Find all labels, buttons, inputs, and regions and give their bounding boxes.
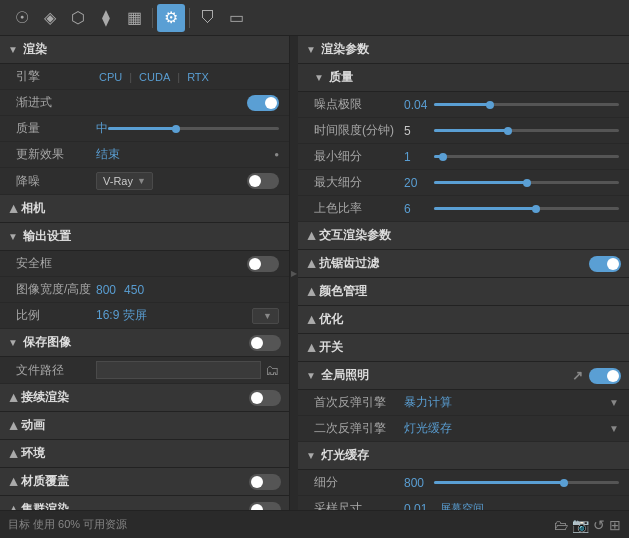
toolbar-icon-2[interactable]: ⬡ <box>64 4 92 32</box>
swarm-render-toggle[interactable] <box>249 502 281 511</box>
quality-slider-container <box>108 127 279 130</box>
time-limit-label: 时间限度(分钟) <box>314 122 404 139</box>
update-effect-value: 结束 <box>96 146 120 163</box>
toolbar-icon-3[interactable]: ⧫ <box>92 4 120 32</box>
toolbar-icon-7[interactable]: ▭ <box>222 4 250 32</box>
sample-size-label: 采样尺寸 <box>314 500 404 510</box>
light-cache-header[interactable]: ▼ 灯光缓存 <box>298 442 629 470</box>
continuous-toggle[interactable] <box>249 390 281 406</box>
secondary-engine-chevron[interactable]: ▼ <box>609 423 619 434</box>
noise-limit-slider-container <box>434 103 619 106</box>
file-path-input[interactable] <box>96 361 261 379</box>
toolbar-icon-settings[interactable]: ⚙ <box>157 4 185 32</box>
quality-value: 中 <box>96 120 108 137</box>
safe-frame-toggle[interactable] <box>247 256 279 272</box>
optimization-header[interactable]: ▶ 优化 <box>298 306 629 334</box>
denoiser-value: V-Ray <box>103 175 133 187</box>
panel-splitter[interactable] <box>290 36 298 510</box>
material-coverage-header[interactable]: ▶ 材质覆盖 <box>0 468 289 496</box>
quality-slider[interactable] <box>108 127 279 130</box>
cuda-btn[interactable]: CUDA <box>136 70 173 84</box>
update-effect-label: 更新效果 <box>16 146 96 163</box>
rtx-btn[interactable]: RTX <box>184 70 212 84</box>
width-value: 800 <box>96 283 116 297</box>
swarm-render-header[interactable]: ▶ 集群渲染 <box>0 496 289 510</box>
noise-limit-label: 噪点极限 <box>314 96 404 113</box>
save-image-toggle[interactable] <box>249 335 281 351</box>
cpu-btn[interactable]: CPU <box>96 70 125 84</box>
quality-section-header[interactable]: ▼ 质量 <box>298 64 629 92</box>
continuous-render-header[interactable]: ▶ 接续渲染 <box>0 384 289 412</box>
save-image-header[interactable]: ▼ 保存图像 <box>0 329 289 357</box>
color-management-header[interactable]: ▶ 颜色管理 <box>298 278 629 306</box>
denoiser-dropdown[interactable]: V-Ray ▼ <box>96 172 153 190</box>
irender-params-header[interactable]: ▶ 交互渲染参数 <box>298 222 629 250</box>
animation-arrow: ▶ <box>7 422 18 430</box>
animation-header[interactable]: ▶ 动画 <box>0 412 289 440</box>
update-effect-right: ● <box>120 150 279 159</box>
camera-icon[interactable]: 📷 <box>572 517 589 533</box>
subdivs-slider[interactable] <box>434 481 619 484</box>
save-image-title: 保存图像 <box>23 334 71 351</box>
material-coverage-arrow: ▶ <box>7 478 18 486</box>
min-subdivs-slider[interactable] <box>434 155 619 158</box>
material-coverage-title: 材质覆盖 <box>21 473 69 490</box>
primary-engine-label: 首次反弹引擎 <box>314 394 404 411</box>
environment-header[interactable]: ▶ 环境 <box>0 440 289 468</box>
refresh-icon[interactable]: ↺ <box>593 517 605 533</box>
render-arrow: ▼ <box>8 44 18 55</box>
noise-limit-row: 噪点极限 0.04 <box>298 92 629 118</box>
ratio-dropdown[interactable]: ▼ <box>252 308 279 324</box>
denoiser-label: 降噪 <box>16 173 96 190</box>
noise-limit-slider[interactable] <box>434 103 619 106</box>
left-panel: ▼ 渲染 引擎 CPU | CUDA | RTX 渐进式 质量 中 <box>0 36 290 510</box>
gi-arrow: ▼ <box>306 370 316 381</box>
output-section-header[interactable]: ▼ 输出设置 <box>0 223 289 251</box>
progressive-toggle[interactable] <box>247 95 279 111</box>
right-panel: ▼ 渲染参数 ▼ 质量 噪点极限 0.04 时间限度(分钟) 5 <box>298 36 629 510</box>
folder-icon[interactable]: 🗁 <box>554 517 568 533</box>
light-cache-title: 灯光缓存 <box>321 447 369 464</box>
gi-reset-icon[interactable]: ↗ <box>572 368 583 383</box>
render-params-title: 渲染参数 <box>321 41 369 58</box>
primary-engine-row: 首次反弹引擎 暴力计算 ▼ <box>298 390 629 416</box>
antialiasing-toggle[interactable] <box>589 256 621 272</box>
gi-section-header[interactable]: ▼ 全局照明 ↗ <box>298 362 629 390</box>
grid-icon[interactable]: ⊞ <box>609 517 621 533</box>
ratio-chevron: ▼ <box>263 311 272 321</box>
max-subdivs-slider[interactable] <box>434 181 619 184</box>
main-content: ▼ 渲染 引擎 CPU | CUDA | RTX 渐进式 质量 中 <box>0 36 629 510</box>
swarm-render-title: 集群渲染 <box>21 501 69 510</box>
primary-engine-chevron[interactable]: ▼ <box>609 397 619 408</box>
camera-section-header[interactable]: ▶ 相机 <box>0 195 289 223</box>
secondary-engine-label: 二次反弹引擎 <box>314 420 404 437</box>
denoiser-toggle[interactable] <box>247 173 279 189</box>
file-browse-icon[interactable]: 🗂 <box>265 362 279 378</box>
max-subdivs-label: 最大细分 <box>314 174 404 191</box>
overscan-slider[interactable] <box>434 207 619 210</box>
sample-size-extra: 屏幕空间 <box>440 501 484 510</box>
min-subdivs-row: 最小细分 1 <box>298 144 629 170</box>
antialiasing-title: 抗锯齿过滤 <box>319 255 379 272</box>
overscan-value: 6 <box>404 202 434 216</box>
resolution-label: 图像宽度/高度 <box>16 281 96 298</box>
toolbar-separator-2 <box>189 8 190 28</box>
engine-label: 引擎 <box>16 68 96 85</box>
gi-toggle[interactable] <box>589 368 621 384</box>
denoiser-chevron: ▼ <box>137 176 146 186</box>
render-section-header[interactable]: ▼ 渲染 <box>0 36 289 64</box>
toolbar-icon-1[interactable]: ◈ <box>36 4 64 32</box>
toolbar-icon-4[interactable]: ▦ <box>120 4 148 32</box>
render-params-arrow: ▼ <box>306 44 316 55</box>
toolbar-icon-6[interactable]: ⛉ <box>194 4 222 32</box>
height-value: 450 <box>124 283 144 297</box>
max-subdivs-value: 20 <box>404 176 434 190</box>
ratio-label: 比例 <box>16 307 96 324</box>
time-limit-slider[interactable] <box>434 129 619 132</box>
output-arrow: ▼ <box>8 231 18 242</box>
switch-header[interactable]: ▶ 开关 <box>298 334 629 362</box>
antialiasing-header[interactable]: ▶ 抗锯齿过滤 <box>298 250 629 278</box>
toolbar-icon-0[interactable]: ☉ <box>8 4 36 32</box>
render-params-header[interactable]: ▼ 渲染参数 <box>298 36 629 64</box>
material-coverage-toggle[interactable] <box>249 474 281 490</box>
